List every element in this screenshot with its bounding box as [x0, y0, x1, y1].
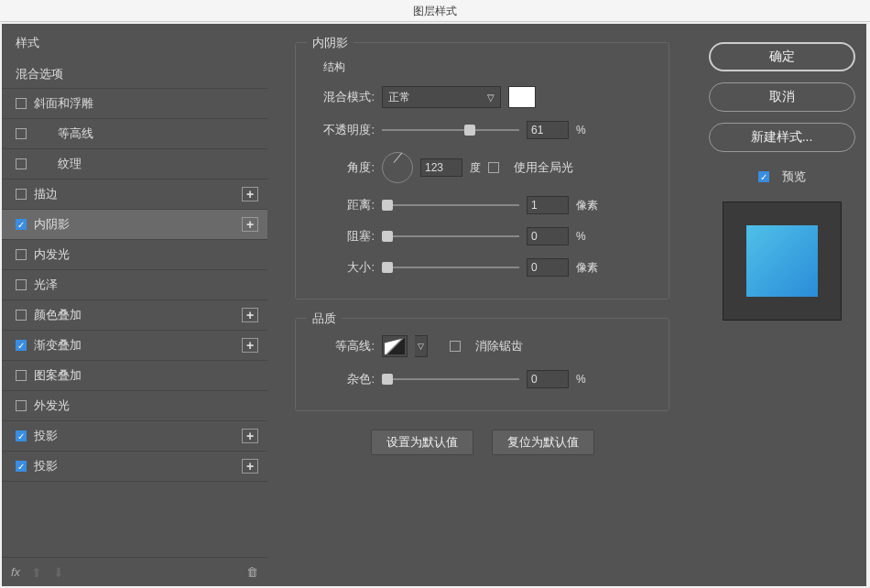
- add-effect-icon[interactable]: +: [242, 187, 258, 201]
- size-slider[interactable]: [382, 260, 519, 275]
- style-row-7[interactable]: 颜色叠加+: [2, 300, 267, 331]
- distance-slider[interactable]: [382, 198, 519, 212]
- style-checkbox[interactable]: [16, 128, 27, 139]
- choke-slider[interactable]: [382, 229, 519, 244]
- distance-input[interactable]: [527, 196, 569, 214]
- size-input[interactable]: [527, 258, 569, 277]
- style-row-5[interactable]: 内发光: [2, 240, 267, 270]
- style-row-9[interactable]: 图案叠加: [2, 361, 267, 391]
- choke-unit: %: [576, 230, 586, 243]
- preview-toggle-row: ✓ 预览: [758, 169, 806, 185]
- size-unit: 像素: [576, 260, 598, 276]
- antialias-checkbox[interactable]: [450, 341, 461, 352]
- style-checkbox[interactable]: [16, 370, 27, 381]
- style-label: 光泽: [34, 277, 258, 293]
- angle-label: 角度:: [314, 159, 375, 176]
- style-checkbox[interactable]: [16, 98, 27, 109]
- style-label: 描边: [34, 186, 242, 202]
- style-row-3[interactable]: 描边+: [2, 180, 267, 210]
- arrow-up-icon[interactable]: ⬆: [31, 565, 42, 580]
- style-row-8[interactable]: ✓渐变叠加+: [2, 331, 267, 361]
- style-label: 斜面和浮雕: [34, 95, 258, 112]
- style-row-0[interactable]: 斜面和浮雕: [2, 89, 267, 119]
- style-label: 投影: [34, 428, 242, 444]
- style-label: 图案叠加: [34, 367, 258, 384]
- chevron-down-icon: ▽: [487, 93, 495, 103]
- style-checkbox[interactable]: ✓: [16, 219, 27, 230]
- arrow-down-icon[interactable]: ⬇: [53, 565, 64, 580]
- style-checkbox[interactable]: [16, 400, 27, 411]
- style-checkbox[interactable]: ✓: [16, 430, 27, 441]
- size-label: 大小:: [314, 259, 375, 276]
- preview-checkbox[interactable]: ✓: [758, 171, 769, 182]
- ok-button[interactable]: 确定: [709, 42, 855, 71]
- style-checkbox[interactable]: [16, 189, 27, 200]
- style-row-1[interactable]: 等高线: [2, 119, 267, 149]
- styles-list: 斜面和浮雕等高线纹理描边+✓内阴影+内发光光泽颜色叠加+✓渐变叠加+图案叠加外发…: [2, 89, 267, 557]
- antialias-label: 消除锯齿: [475, 338, 523, 354]
- layer-style-dialog: 样式 混合选项 斜面和浮雕等高线纹理描边+✓内阴影+内发光光泽颜色叠加+✓渐变叠…: [2, 24, 866, 586]
- angle-input[interactable]: [420, 158, 462, 177]
- style-checkbox[interactable]: [16, 158, 27, 169]
- opacity-input[interactable]: [527, 121, 569, 139]
- contour-dropdown-icon[interactable]: ▽: [415, 335, 428, 357]
- add-effect-icon[interactable]: +: [242, 429, 258, 443]
- distance-unit: 像素: [576, 198, 598, 213]
- shadow-color-swatch[interactable]: [508, 86, 536, 108]
- noise-input[interactable]: [527, 370, 569, 388]
- action-panel: 确定 取消 新建样式... ✓ 预览: [697, 24, 866, 586]
- distance-label: 距离:: [314, 197, 375, 213]
- style-row-2[interactable]: 纹理: [2, 149, 267, 180]
- preview-canvas: [723, 201, 842, 321]
- style-label: 颜色叠加: [34, 307, 242, 323]
- contour-picker[interactable]: [382, 335, 408, 357]
- add-effect-icon[interactable]: +: [242, 217, 258, 232]
- blend-mode-select[interactable]: 正常 ▽: [382, 86, 501, 108]
- new-style-button[interactable]: 新建样式...: [709, 123, 855, 152]
- style-row-4[interactable]: ✓内阴影+: [2, 210, 267, 240]
- cancel-button[interactable]: 取消: [709, 82, 855, 112]
- reset-default-button[interactable]: 复位为默认值: [492, 430, 594, 455]
- default-buttons-row: 设置为默认值 复位为默认值: [295, 430, 669, 455]
- noise-label: 杂色:: [314, 371, 375, 387]
- blend-mode-label: 混合模式:: [314, 89, 375, 105]
- style-row-10[interactable]: 外发光: [2, 391, 267, 421]
- global-light-checkbox[interactable]: [488, 162, 499, 173]
- add-effect-icon[interactable]: +: [242, 459, 258, 474]
- style-checkbox[interactable]: ✓: [16, 340, 27, 351]
- sidebar-footer: fx ⬆ ⬇ 🗑: [2, 557, 267, 586]
- contour-label: 等高线:: [314, 338, 375, 354]
- global-light-label: 使用全局光: [514, 159, 573, 176]
- style-checkbox[interactable]: [16, 249, 27, 260]
- trash-icon[interactable]: 🗑: [246, 565, 258, 579]
- noise-unit: %: [576, 373, 586, 386]
- blending-options-row[interactable]: 混合选项: [2, 60, 267, 89]
- style-row-12[interactable]: ✓投影+: [2, 452, 267, 482]
- structure-label: 结构: [323, 60, 650, 75]
- noise-row: 杂色: %: [314, 370, 650, 388]
- style-label: 等高线: [58, 125, 258, 142]
- quality-fieldset: 品质 等高线: ▽ 消除锯齿 杂色: %: [295, 318, 669, 411]
- style-checkbox[interactable]: [16, 310, 27, 321]
- style-row-11[interactable]: ✓投影+: [2, 421, 267, 452]
- add-effect-icon[interactable]: +: [242, 308, 258, 322]
- styles-header: 样式: [2, 24, 267, 60]
- choke-row: 阻塞: %: [314, 227, 650, 245]
- opacity-unit: %: [576, 124, 586, 136]
- noise-slider[interactable]: [382, 372, 519, 387]
- style-checkbox[interactable]: [16, 279, 27, 290]
- window-titlebar: 图层样式: [0, 0, 870, 22]
- style-label: 内阴影: [34, 216, 242, 233]
- make-default-button[interactable]: 设置为默认值: [371, 430, 473, 455]
- fx-icon[interactable]: fx: [11, 565, 20, 579]
- choke-input[interactable]: [527, 227, 569, 245]
- opacity-slider[interactable]: [382, 123, 519, 137]
- panel-title: 内阴影: [307, 35, 353, 51]
- angle-dial[interactable]: [382, 152, 413, 183]
- add-effect-icon[interactable]: +: [242, 338, 258, 353]
- opacity-label: 不透明度:: [314, 122, 375, 138]
- distance-row: 距离: 像素: [314, 196, 650, 214]
- style-label: 渐变叠加: [34, 337, 242, 354]
- style-checkbox[interactable]: ✓: [16, 461, 27, 472]
- style-row-6[interactable]: 光泽: [2, 270, 267, 300]
